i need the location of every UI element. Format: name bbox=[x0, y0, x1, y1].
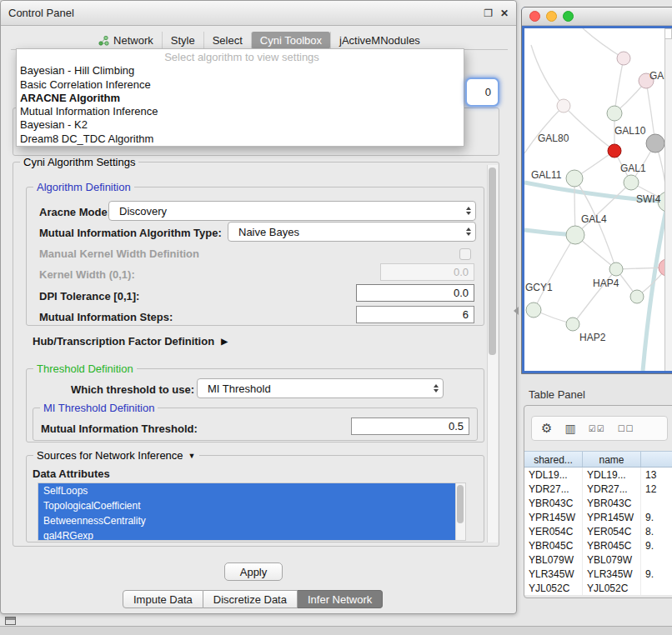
table-row[interactable]: YDR27... YDR27... 12 bbox=[524, 482, 672, 496]
list-item-topologicalcoefficient[interactable]: TopologicalCoefficient bbox=[38, 498, 455, 513]
mi-threshold-group-title: MI Threshold Definition bbox=[40, 402, 158, 414]
cell: 12 bbox=[641, 482, 672, 496]
canvas-scrollbar-button[interactable] bbox=[664, 28, 672, 39]
network-canvas[interactable]: GAL80 GAL10 GAL11 GAL1 SWI4 GAL4 GCY1 HA… bbox=[524, 28, 672, 371]
combo-arrows-icon bbox=[466, 228, 471, 236]
network-node-label: HAP4 bbox=[593, 278, 619, 289]
network-node[interactable] bbox=[659, 259, 664, 276]
tab-cyni-toolbox-label: Cyni Toolbox bbox=[260, 34, 322, 47]
tab-network[interactable]: Network bbox=[90, 32, 162, 49]
network-node[interactable] bbox=[566, 318, 579, 331]
network-node[interactable] bbox=[607, 106, 622, 121]
table-row[interactable]: YDL19... YDL19... 13 bbox=[524, 468, 672, 482]
tab-infer-network[interactable]: Infer Network bbox=[298, 590, 383, 608]
table-row[interactable]: YBL079W YBL079W bbox=[524, 552, 672, 567]
tab-select-label: Select bbox=[213, 34, 243, 47]
which-threshold-label: Which threshold to use: bbox=[71, 383, 194, 396]
column-header-partial[interactable] bbox=[641, 452, 672, 467]
deselect-all-icon[interactable]: ☐☐ bbox=[618, 424, 634, 433]
cell: YJL052C bbox=[583, 581, 641, 595]
network-node-label: GAL1 bbox=[620, 162, 646, 174]
window-close-button[interactable] bbox=[529, 11, 540, 22]
list-item-betweennesscentrality[interactable]: BetweennessCentrality bbox=[38, 513, 455, 528]
select-all-icon[interactable]: ☑☑ bbox=[589, 424, 605, 433]
network-node-gal10[interactable] bbox=[608, 144, 621, 158]
column-header-name[interactable]: name bbox=[583, 452, 641, 467]
tab-impute-data[interactable]: Impute Data bbox=[123, 590, 203, 608]
list-item-selfloops[interactable]: SelfLoops bbox=[38, 483, 455, 498]
window-minimize-button[interactable] bbox=[546, 11, 557, 22]
table-row[interactable]: YLR345W YLR345W 9. bbox=[524, 567, 672, 581]
table-columns-icon[interactable]: ▥ bbox=[564, 422, 575, 435]
cell: YER054C bbox=[524, 524, 583, 538]
algorithm-option-bayesian-hill-climbing[interactable]: Bayesian - Hill Climbing bbox=[17, 64, 464, 78]
tab-select[interactable]: Select bbox=[203, 32, 251, 49]
network-node[interactable] bbox=[624, 175, 639, 190]
splitter-collapse-icon[interactable] bbox=[514, 307, 519, 315]
algorithm-option-bayesian-k2[interactable]: Bayesian - K2 bbox=[17, 118, 464, 132]
cell: 8. bbox=[641, 524, 672, 538]
mi-threshold-field[interactable]: 0.5 bbox=[351, 418, 469, 435]
dpi-tolerance-field[interactable]: 0.0 bbox=[356, 284, 474, 302]
float-window-icon[interactable]: ❐ bbox=[484, 8, 493, 19]
algorithm-option-basic-correlation[interactable]: Basic Correlation Inference bbox=[17, 78, 464, 92]
network-node[interactable] bbox=[557, 99, 570, 112]
network-edge bbox=[534, 235, 575, 310]
network-node-label: GAL11 bbox=[531, 169, 561, 181]
settings-scrollbar-thumb[interactable] bbox=[489, 168, 496, 355]
table-row[interactable]: YBR043C YBR043C bbox=[524, 496, 672, 510]
gear-icon[interactable]: ⚙ bbox=[541, 421, 552, 436]
network-node[interactable] bbox=[646, 134, 664, 152]
column-header-sharedname[interactable]: shared... bbox=[524, 452, 583, 467]
algorithm-option-aracne[interactable]: ARACNE Algorithm bbox=[17, 92, 464, 105]
mi-threshold-label: Mutual Information Threshold: bbox=[41, 422, 198, 435]
network-node[interactable] bbox=[609, 262, 623, 276]
network-edge bbox=[643, 202, 664, 371]
network-edge bbox=[614, 58, 624, 113]
hub-definition-toggle[interactable]: Hub/Transcription Factor Definition ▶ bbox=[33, 335, 228, 348]
table-row[interactable]: YJL052C YJL052C bbox=[524, 581, 672, 595]
table-toolbar: ⚙ ▥ ☑☑ ☐☐ bbox=[531, 416, 668, 441]
network-node[interactable] bbox=[566, 226, 584, 244]
algorithm-option-dream8[interactable]: Dream8 DC_TDC Algorithm bbox=[17, 132, 464, 146]
window-zoom-button[interactable] bbox=[563, 11, 574, 22]
algorithm-option-mutual-information[interactable]: Mutual Information Inference bbox=[17, 105, 464, 118]
tab-style[interactable]: Style bbox=[162, 32, 203, 49]
sources-group-title-row[interactable]: Sources for Network Inference ▼ bbox=[33, 449, 199, 462]
cell bbox=[641, 496, 672, 510]
network-node[interactable] bbox=[526, 302, 541, 318]
canvas-scrollbar-track[interactable] bbox=[664, 28, 672, 371]
list-item-gal4rgexp[interactable]: gal4RGexp bbox=[38, 528, 455, 541]
network-node[interactable] bbox=[630, 290, 644, 303]
tab-discretize-data[interactable]: Discretize Data bbox=[203, 590, 298, 608]
cell: 9. bbox=[641, 510, 672, 524]
table-row[interactable]: YER054C YER054C 8. bbox=[524, 524, 672, 538]
mi-type-select[interactable]: Naive Bayes bbox=[228, 222, 476, 242]
cell: 9. bbox=[641, 567, 672, 581]
attributes-scrollbar-thumb[interactable] bbox=[457, 485, 464, 523]
apply-button[interactable]: Apply bbox=[224, 562, 283, 581]
cell: YDL19... bbox=[583, 468, 641, 482]
data-attributes-list[interactable]: SelfLoops TopologicalCoefficient Between… bbox=[38, 482, 466, 541]
cell: YBR045C bbox=[583, 538, 641, 552]
mi-steps-field[interactable]: 6 bbox=[356, 306, 474, 323]
network-node[interactable] bbox=[617, 52, 630, 65]
aracne-mode-select[interactable]: Discovery bbox=[108, 201, 476, 221]
network-window-titlebar bbox=[522, 8, 672, 26]
cell: YBR043C bbox=[524, 496, 583, 510]
kernel-width-label: Kernel Width (0,1): bbox=[39, 268, 135, 281]
control-panel-tabbar: Network Style Select Cyni Toolbox jActiv… bbox=[11, 31, 508, 50]
close-icon[interactable]: ✕ bbox=[500, 8, 509, 19]
chevron-down-icon: ▼ bbox=[188, 452, 196, 460]
tab-jactivemnodules[interactable]: jActiveMNodules bbox=[330, 32, 429, 49]
network-node[interactable] bbox=[566, 170, 583, 187]
manual-kernel-checkbox[interactable] bbox=[459, 248, 471, 260]
table-row[interactable]: YPR145W YPR145W 9. bbox=[524, 510, 672, 524]
obscured-spinner-field[interactable]: 0 bbox=[465, 78, 499, 107]
table-row[interactable]: YBR045C YBR045C 9. bbox=[524, 538, 672, 552]
docked-panel-icon[interactable] bbox=[5, 617, 16, 625]
which-threshold-select[interactable]: MI Threshold bbox=[197, 378, 444, 398]
kernel-width-field: 0.0 bbox=[380, 263, 474, 281]
manual-kernel-label: Manual Kernel Width Definition bbox=[39, 248, 199, 260]
tab-cyni-toolbox[interactable]: Cyni Toolbox bbox=[251, 32, 330, 49]
